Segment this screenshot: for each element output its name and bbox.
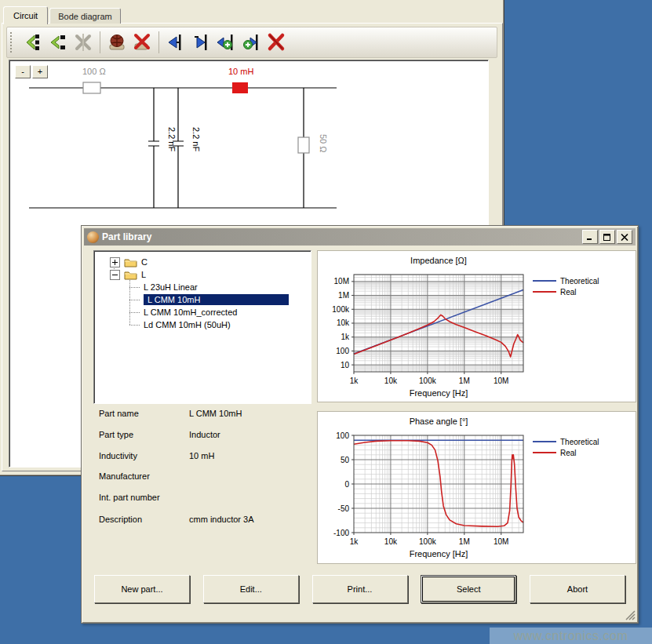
detail-value: Inductor <box>189 430 220 439</box>
expand-minus-icon[interactable] <box>110 270 120 280</box>
tree-item[interactable]: Ld CMM 10mH (50uH) <box>140 318 231 331</box>
dialog-title: Part library <box>102 231 581 242</box>
svg-text:10M: 10M <box>494 537 508 546</box>
svg-text:1M: 1M <box>459 537 470 546</box>
svg-text:Frequency [Hz]: Frequency [Hz] <box>410 549 468 558</box>
app-icon <box>87 231 99 243</box>
wire[interactable] <box>29 88 337 208</box>
toolbar <box>6 27 497 58</box>
detail-value: 10 mH <box>189 451 214 460</box>
r2-label: 50 Ω <box>319 134 328 153</box>
resistor-r1[interactable] <box>83 82 100 93</box>
svg-text:Real: Real <box>560 449 577 457</box>
svg-text:Theoretical: Theoretical <box>560 277 599 286</box>
delete-icon[interactable] <box>264 31 289 54</box>
close-button[interactable] <box>617 230 632 244</box>
dialog-buttons: New part... Edit... Print... Select Abor… <box>94 575 625 603</box>
svg-text:1M: 1M <box>459 377 470 385</box>
tab-circuit[interactable]: Circuit <box>3 6 48 24</box>
capacitor-c1[interactable] <box>148 88 159 208</box>
svg-text:Real: Real <box>560 288 577 297</box>
tab-strip: Circuit Bode diagram <box>3 4 122 24</box>
phase-chart-panel: 1k10k100k1M10M100500-50-100Phase angle [… <box>317 411 636 564</box>
svg-text:1k: 1k <box>350 537 359 546</box>
folder-icon <box>124 270 137 280</box>
svg-text:Frequency [Hz]: Frequency [Hz] <box>410 388 468 398</box>
tree-node-c[interactable]: C <box>110 256 148 268</box>
tree-item[interactable]: L CMM 10mH_corrected <box>140 306 237 318</box>
toolbar-separator <box>158 31 159 53</box>
tree-item-label[interactable]: L CMM 10mH_corrected <box>144 307 237 317</box>
svg-text:1k: 1k <box>350 377 359 385</box>
svg-text:100: 100 <box>336 347 349 355</box>
tree-connector <box>129 287 140 288</box>
svg-text:Impedance [Ω]: Impedance [Ω] <box>410 256 467 265</box>
tree-label[interactable]: L <box>141 270 146 279</box>
svg-text:100k: 100k <box>419 377 437 385</box>
tree-label[interactable]: C <box>141 257 148 267</box>
inductor-l1[interactable] <box>232 82 248 93</box>
svg-text:100: 100 <box>336 431 349 440</box>
detail-label: Int. part number <box>99 493 189 502</box>
tree-item-label[interactable]: L CMM 10mH <box>144 294 289 305</box>
resistor-r2[interactable] <box>298 137 309 153</box>
svg-text:50: 50 <box>341 456 350 464</box>
l1-label: 10 mH <box>228 67 253 76</box>
svg-text:1k: 1k <box>341 333 350 341</box>
svg-text:Theoretical: Theoretical <box>560 438 599 446</box>
svg-text:100k: 100k <box>419 537 437 546</box>
c1-label: 2.2 nF <box>167 127 177 151</box>
minimize-button[interactable] <box>582 230 598 244</box>
print-button[interactable]: Print... <box>312 575 408 603</box>
svg-text:1M: 1M <box>338 291 349 300</box>
svg-text:10k: 10k <box>384 537 398 546</box>
detail-label: Description <box>99 515 189 524</box>
detail-value: cmm inductor 3A <box>189 515 254 524</box>
desktop: Circuit Bode diagram <box>0 0 652 644</box>
detail-label: Part type <box>99 430 189 439</box>
part-library-dialog: Part library C <box>81 225 639 624</box>
tab-bode-diagram[interactable]: Bode diagram <box>49 8 121 24</box>
c2-label: 2.2 nF <box>191 127 201 151</box>
detail-label: Part name <box>99 409 189 418</box>
tree-item-label[interactable]: L 23uH Linear <box>144 282 198 292</box>
toolbar-grip[interactable] <box>10 32 15 53</box>
svg-text:-50: -50 <box>338 504 350 513</box>
watermark: www.cntronics.com <box>514 629 628 643</box>
resize-grip[interactable] <box>625 610 636 620</box>
detail-label: Manufacturer <box>99 471 189 481</box>
abort-button[interactable]: Abort <box>530 575 625 603</box>
svg-text:Phase angle [°]: Phase angle [°] <box>410 417 468 426</box>
dialog-titlebar[interactable]: Part library <box>84 228 636 246</box>
svg-text:10k: 10k <box>337 318 350 327</box>
tree-item-selected[interactable]: L CMM 10mH <box>140 293 289 306</box>
folder-icon <box>124 257 137 267</box>
bug-icon[interactable] <box>104 31 129 54</box>
part-tree[interactable]: C L L 23uH Linear L CMM 10mH L CMM 10mH_… <box>93 250 311 404</box>
tree-node-l[interactable]: L <box>110 268 146 281</box>
new-part-button[interactable]: New part... <box>94 575 190 603</box>
insert-left-icon[interactable] <box>213 31 239 54</box>
tree-item[interactable]: L 23uH Linear <box>140 281 198 293</box>
select-button[interactable]: Select <box>421 575 516 603</box>
move-left-icon[interactable] <box>163 31 188 54</box>
move-right-icon[interactable] <box>188 31 213 54</box>
watermark-band: www.cntronics.com <box>490 628 652 644</box>
maximize-button[interactable] <box>599 230 615 244</box>
impedance-chart: 1k10k100k1M10M10M1M100k10k1k10010Impedan… <box>318 251 636 402</box>
edit-button[interactable]: Edit... <box>203 575 299 603</box>
tree-connector <box>129 300 140 300</box>
detail-label: Inductivity <box>99 451 189 460</box>
phase-chart: 1k10k100k1M10M100500-50-100Phase angle [… <box>318 412 636 563</box>
expand-plus-icon[interactable] <box>110 257 120 267</box>
connect-left-bus-icon[interactable] <box>20 31 46 54</box>
connect-left-node-icon[interactable] <box>46 31 71 54</box>
delete-bug-icon[interactable] <box>129 31 155 54</box>
insert-right-icon[interactable] <box>239 31 264 54</box>
tree-connector <box>129 325 140 326</box>
svg-text:100k: 100k <box>332 305 350 314</box>
impedance-chart-panel: 1k10k100k1M10M10M1M100k10k1k10010Impedan… <box>317 250 636 402</box>
svg-text:10M: 10M <box>334 277 349 286</box>
svg-text:10k: 10k <box>384 377 398 385</box>
tree-item-label[interactable]: Ld CMM 10mH (50uH) <box>144 320 231 329</box>
